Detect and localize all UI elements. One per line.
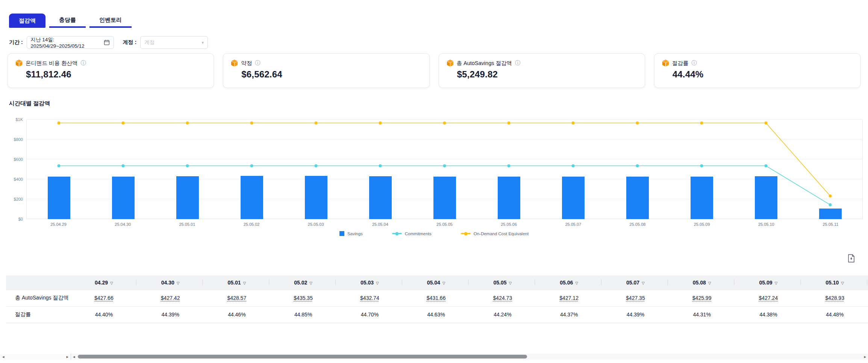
data-point xyxy=(122,121,125,124)
info-icon[interactable]: ⓘ xyxy=(255,60,260,67)
legend-label: Commitments xyxy=(405,231,432,236)
table-cell: $432.74 xyxy=(336,290,403,306)
table-cell: 44.37% xyxy=(536,306,602,323)
x-axis-label: 25.04.29 xyxy=(26,222,91,227)
legend-item-on-demand-cost-equivalent[interactable]: On-Demand Cost Equivalent xyxy=(461,231,529,236)
sort-icon[interactable]: ▽ xyxy=(309,281,312,285)
cell-value-link[interactable]: $427.66 xyxy=(94,295,114,301)
col-header-0509[interactable]: 05.09▽│ xyxy=(735,275,802,290)
x-axis-label: 25.05.09 xyxy=(670,222,734,227)
daily-savings-table-wrap: 04.29▽│04.30▽│05.01▽│05.02▽│05.03▽│05.04… xyxy=(6,275,868,323)
download-icon xyxy=(848,254,855,263)
sort-icon[interactable]: ▽ xyxy=(177,281,180,285)
scroll-right-icon[interactable]: ▸ xyxy=(66,355,68,359)
table-cell: 44.70% xyxy=(336,306,403,323)
data-point xyxy=(829,195,832,198)
col-header-label: 04.29 xyxy=(95,280,108,286)
row-label: 총 AutoSavings 절감액 xyxy=(6,290,71,306)
tab-inventory[interactable]: 인벤토리 xyxy=(89,14,132,28)
tab-coverage[interactable]: 충당률 xyxy=(49,14,86,28)
sort-icon[interactable]: ▽ xyxy=(708,281,711,285)
cell-value-link[interactable]: $432.74 xyxy=(360,295,379,301)
sort-icon[interactable]: ▽ xyxy=(775,281,778,285)
cell-value-link[interactable]: $428.93 xyxy=(825,295,844,301)
data-point xyxy=(250,164,253,167)
cell-value-link[interactable]: $435.35 xyxy=(294,295,313,301)
info-icon[interactable]: ⓘ xyxy=(515,60,520,67)
cube-icon xyxy=(447,59,454,67)
cell-value-link[interactable]: $431.66 xyxy=(427,295,446,301)
info-icon[interactable]: ⓘ xyxy=(81,60,86,67)
scroll-left-icon[interactable]: ◂ xyxy=(73,355,75,359)
data-point xyxy=(765,121,768,124)
col-header-label: 05.08 xyxy=(693,280,706,286)
col-header-0429[interactable]: 04.29▽│ xyxy=(71,275,137,290)
cell-value-link[interactable]: $427.12 xyxy=(559,295,579,301)
account-select[interactable]: 계정 ▾ xyxy=(140,36,208,49)
period-input[interactable]: 지난 14일: 2025/04/29~2025/05/12 xyxy=(27,36,114,49)
line-commitments xyxy=(59,166,830,205)
sort-icon[interactable]: ▽ xyxy=(376,281,379,285)
col-header-0506[interactable]: 05.06▽│ xyxy=(536,275,602,290)
col-header-label: 05.01 xyxy=(228,280,241,286)
filter-row: 기간 : 지난 14일: 2025/04/29~2025/05/12 계정 : … xyxy=(9,36,208,49)
y-axis-tick-label: $1K xyxy=(3,117,23,122)
data-point xyxy=(58,121,61,124)
sort-icon[interactable]: ▽ xyxy=(442,281,445,285)
table-cell: $427.24 xyxy=(735,290,802,306)
cell-value-link[interactable]: $424.73 xyxy=(493,295,512,301)
legend-item-savings[interactable]: Savings xyxy=(339,231,363,236)
cell-value-link[interactable]: $425.99 xyxy=(692,295,712,301)
col-header-0430[interactable]: 04.30▽│ xyxy=(137,275,204,290)
col-header-label: 05.04 xyxy=(427,280,440,286)
col-header-0505[interactable]: 05.05▽│ xyxy=(470,275,536,290)
table-cell: 44.46% xyxy=(204,306,270,323)
calendar-icon[interactable] xyxy=(104,39,110,45)
kpi-card-head: 온디맨드 비용 환산액ⓘ xyxy=(15,59,206,67)
col-header-0502[interactable]: 05.02▽│ xyxy=(270,275,336,290)
col-header-0501[interactable]: 05.01▽│ xyxy=(204,275,270,290)
col-header-label: 05.09 xyxy=(759,280,773,286)
cell-value-link[interactable]: $428.57 xyxy=(227,295,247,301)
col-header-0507[interactable]: 05.07▽│ xyxy=(602,275,669,290)
sort-icon[interactable]: ▽ xyxy=(110,281,113,285)
legend-dot xyxy=(464,232,467,235)
info-icon[interactable]: ⓘ xyxy=(691,60,697,67)
col-header-label: 05.03 xyxy=(361,280,374,286)
data-point xyxy=(700,121,703,124)
cell-value-link[interactable]: $427.42 xyxy=(161,295,180,301)
table-cell: $424.73 xyxy=(470,290,536,306)
col-header-0510[interactable]: 05.10▽│ xyxy=(801,275,868,290)
kpi-card-on-demand-cost-equivalent: 온디맨드 비용 환산액ⓘ$11,812.46 xyxy=(8,53,214,88)
sort-icon[interactable]: ▽ xyxy=(243,281,246,285)
sort-icon[interactable]: ▽ xyxy=(509,281,512,285)
cell-value-link[interactable]: $427.35 xyxy=(626,295,645,301)
col-header-label: 05.02 xyxy=(294,280,307,286)
scrollbar-thumb[interactable] xyxy=(78,355,527,358)
x-axis-label: 25.05.03 xyxy=(284,222,348,227)
period-label: 기간 : xyxy=(9,39,23,46)
tab-savings[interactable]: 절감액 xyxy=(9,14,45,28)
kpi-card-title: 온디맨드 비용 환산액 xyxy=(26,60,78,67)
scroll-left-icon[interactable]: ◂ xyxy=(2,355,5,359)
data-point xyxy=(507,121,510,124)
chevron-down-icon: ▾ xyxy=(202,40,204,45)
col-header-0508[interactable]: 05.08▽│ xyxy=(669,275,735,290)
col-header-0503[interactable]: 05.03▽│ xyxy=(336,275,403,290)
pinned-column-scrollbar[interactable]: ◂ ▸ xyxy=(0,354,71,360)
data-point xyxy=(572,164,575,167)
table-header-row: 04.29▽│04.30▽│05.01▽│05.02▽│05.03▽│05.04… xyxy=(6,275,868,290)
sort-icon[interactable]: ▽ xyxy=(575,281,578,285)
legend-item-commitments[interactable]: Commitments xyxy=(392,231,432,236)
scroll-right-icon[interactable]: ▸ xyxy=(864,355,866,359)
download-button[interactable] xyxy=(845,253,857,264)
table-horizontal-scrollbar[interactable]: ◂ ▸ xyxy=(71,354,868,360)
sort-icon[interactable]: ▽ xyxy=(841,281,844,285)
col-header-label: 05.05 xyxy=(494,280,507,286)
col-header-0504[interactable]: 05.04▽│ xyxy=(403,275,470,290)
table-cell: $427.35 xyxy=(602,290,669,306)
table-cell: $425.99 xyxy=(669,290,735,306)
sort-icon[interactable]: ▽ xyxy=(642,281,645,285)
daily-savings-table: 04.29▽│04.30▽│05.01▽│05.02▽│05.03▽│05.04… xyxy=(6,275,868,323)
cell-value-link[interactable]: $427.24 xyxy=(759,295,778,301)
